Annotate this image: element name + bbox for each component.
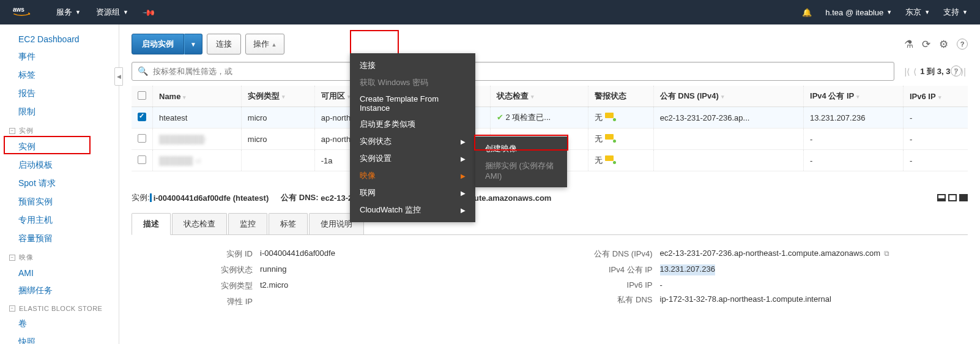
highlight-box (350, 30, 399, 56)
detail-label: IPv4 公有 IP (550, 264, 660, 275)
detail-label: 实例类型 (150, 280, 260, 291)
tab-tags[interactable]: 标签 (269, 213, 308, 234)
help-icon[interactable]: ? (957, 39, 968, 50)
row-checkbox[interactable] (138, 155, 146, 164)
sidebar-item-ami[interactable]: AMI (0, 264, 119, 282)
tab-monitoring[interactable]: 监控 (228, 213, 267, 234)
actions-dropdown: 连接 获取 Windows 密码 Create Template From In… (350, 53, 475, 222)
highlight-box (474, 135, 568, 151)
layout-icon-3[interactable] (959, 194, 968, 201)
alarm-icon[interactable] (605, 134, 615, 141)
gear-icon[interactable]: ⚙ (939, 38, 948, 51)
dropdown-launch-more[interactable]: 启动更多类似项 (350, 116, 475, 133)
sidebar-item-capacity[interactable]: 容量预留 (0, 230, 119, 248)
dropdown-connect[interactable]: 连接 (350, 57, 475, 74)
dropdown-instance-state[interactable]: 实例状态▶ (350, 133, 475, 150)
dropdown-create-template[interactable]: Create Template From Instance (350, 91, 475, 116)
dropdown-windows-pwd: 获取 Windows 密码 (350, 74, 475, 91)
sidebar-item-reserved[interactable]: 预留实例 (0, 193, 119, 211)
dropdown-image[interactable]: 映像▶ (350, 167, 475, 184)
launch-instance-dropdown[interactable]: ▼ (184, 34, 202, 54)
nav-region[interactable]: 东京▼ (905, 7, 930, 18)
sidebar-tags[interactable]: 标签 (0, 66, 119, 84)
submenu-bundle-instance: 捆绑实例 (实例存储 AMI) (475, 157, 567, 184)
tab-status[interactable]: 状态检查 (172, 213, 227, 234)
table-row[interactable]: hteatest micro ap-northeast-1a running ✔… (132, 107, 968, 129)
chevron-right-icon: ▶ (461, 190, 466, 196)
check-icon: ✔ (497, 113, 503, 122)
nav-bell[interactable]: 🔔 (802, 8, 812, 17)
filter-input[interactable] (132, 62, 894, 81)
detail-label: 实例 ID (150, 249, 260, 260)
content: 启动实例 ▼ 连接 操作 ▲ ⚗ ⟳ ⚙ ? 连接 获取 Windows 密码 … (119, 24, 980, 344)
sidebar-dashboard[interactable]: EC2 Dashboard (0, 31, 119, 48)
sidebar-limits[interactable]: 限制 (0, 103, 119, 121)
row-checkbox[interactable] (138, 134, 146, 143)
nav-account[interactable]: h.tea @ iteablue▼ (825, 8, 892, 17)
sidebar-item-instances[interactable]: 实例 (0, 138, 119, 156)
chevron-right-icon: ▶ (461, 138, 466, 145)
tab-description[interactable]: 描述 (132, 213, 171, 235)
layout-icon-2[interactable] (948, 194, 957, 201)
dropdown-instance-settings[interactable]: 实例设置▶ (350, 150, 475, 167)
sidebar-section-images[interactable]: −映像 (0, 248, 119, 264)
actions-button[interactable]: 操作 ▲ (245, 34, 285, 54)
nav-pin[interactable]: 📌 (144, 7, 154, 17)
collapse-icon: − (9, 255, 15, 261)
select-all-checkbox[interactable] (138, 91, 146, 100)
col-ipv4[interactable]: IPv4 公有 IP▾ (804, 86, 904, 107)
alarm-icon[interactable] (605, 113, 615, 120)
instance-id: i-00400441d6af00dfe (hteatest) (154, 193, 269, 203)
col-type[interactable]: 实例类型▾ (241, 86, 314, 107)
sidebar-item-volumes[interactable]: 卷 (0, 315, 119, 333)
detail-value: ec2-13-231-207-236.ap-northeast-1.comput… (660, 249, 890, 260)
dropdown-cloudwatch[interactable]: CloudWatch 监控▶ (350, 201, 475, 219)
col-name[interactable]: Name▾ (153, 86, 242, 107)
sidebar-item-launch-templates[interactable]: 启动模板 (0, 156, 119, 174)
col-ipv6[interactable]: IPv6 IP▾ (903, 86, 968, 107)
detail-value: ip-172-31-32-78.ap-northeast-1.compute.i… (660, 294, 831, 305)
detail-value: - (660, 280, 663, 290)
page-prev[interactable]: ⟨ (913, 67, 916, 77)
sidebar-item-snapshots[interactable]: 快照 (0, 333, 119, 344)
dropdown-networking[interactable]: 联网▶ (350, 184, 475, 201)
col-alarm[interactable]: 警报状态 (588, 86, 653, 107)
flask-icon[interactable]: ⚗ (904, 38, 913, 51)
collapse-icon: − (9, 305, 15, 312)
pin-icon: 📌 (142, 5, 156, 19)
bell-icon: 🔔 (802, 8, 812, 17)
sidebar-item-bundle[interactable]: 捆绑任务 (0, 282, 119, 300)
layout-icon-1[interactable] (937, 194, 946, 201)
row-checkbox[interactable] (138, 113, 146, 121)
top-nav: aws 服务▼ 资源组▼ 📌 🔔 h.tea @ iteablue▼ 东京▼ 支… (0, 0, 980, 24)
detail-value: i-00400441d6af00dfe (260, 249, 335, 260)
sidebar-item-spot[interactable]: Spot 请求 (0, 174, 119, 193)
sidebar-events[interactable]: 事件 (0, 48, 119, 66)
collapse-icon: − (9, 128, 15, 134)
aws-logo[interactable]: aws (12, 5, 38, 20)
sidebar: EC2 Dashboard 事件 标签 报告 限制 −实例 实例 启动模板 Sp… (0, 24, 119, 344)
refresh-icon[interactable]: ⟳ (922, 38, 930, 51)
chevron-right-icon: ▶ (461, 155, 466, 162)
connect-button[interactable]: 连接 (207, 34, 241, 54)
chevron-right-icon: ▶ (461, 207, 466, 214)
detail-value: t2.micro (260, 280, 288, 291)
nav-support[interactable]: 支持▼ (943, 7, 968, 18)
sidebar-section-instances[interactable]: −实例 (0, 121, 119, 138)
svg-text:aws: aws (13, 6, 24, 13)
launch-instance-button[interactable]: 启动实例 (132, 34, 184, 54)
detail-panel: 实例: i-00400441d6af00dfe (hteatest) 公有 DN… (132, 189, 968, 321)
col-check[interactable]: 状态检查▾ (490, 86, 588, 107)
sidebar-reports[interactable]: 报告 (0, 84, 119, 103)
copy-icon[interactable]: ⧉ (884, 249, 889, 258)
sidebar-item-dedicated[interactable]: 专用主机 (0, 211, 119, 230)
alarm-icon[interactable] (605, 155, 615, 163)
instance-label: 实例: (132, 192, 150, 203)
nav-resource-groups[interactable]: 资源组▼ (96, 7, 128, 18)
sidebar-section-ebs[interactable]: −ELASTIC BLOCK STORE (0, 300, 119, 315)
nav-services[interactable]: 服务▼ (56, 7, 81, 18)
detail-label: 公有 DNS (IPv4) (550, 249, 660, 260)
col-dns[interactable]: 公有 DNS (IPv4)▾ (653, 86, 803, 107)
filter-help-icon[interactable]: ? (951, 65, 962, 77)
page-first[interactable]: |⟨ (905, 67, 910, 77)
